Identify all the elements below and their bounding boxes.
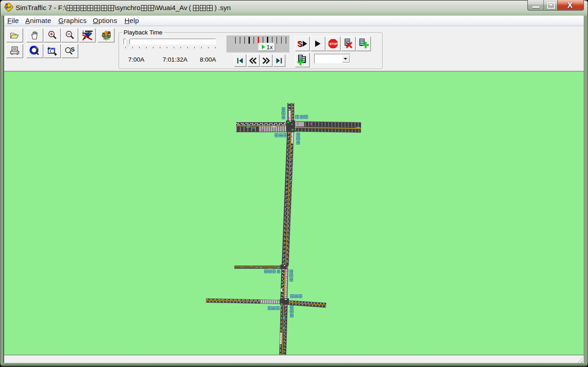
svg-text:STOP: STOP: [329, 42, 338, 46]
svg-text:S: S: [71, 46, 75, 53]
svg-text:S: S: [297, 40, 302, 48]
